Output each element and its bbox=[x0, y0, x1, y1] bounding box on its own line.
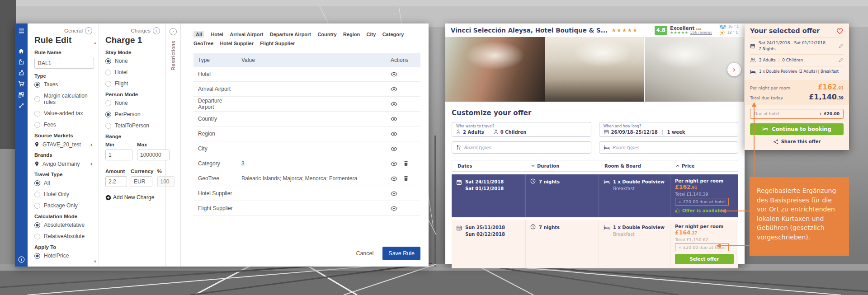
edit-pencil-icon[interactable] bbox=[838, 43, 844, 49]
save-rule-button[interactable]: Save Rule bbox=[382, 247, 420, 260]
import-icon[interactable] bbox=[18, 59, 24, 65]
export-icon[interactable] bbox=[18, 70, 24, 76]
brands-picker[interactable]: Avigo Germany › bbox=[34, 160, 92, 167]
amount-input[interactable] bbox=[105, 176, 127, 187]
cancel-button[interactable]: Cancel bbox=[356, 250, 373, 257]
select-offer-button[interactable]: Select offer bbox=[675, 254, 734, 264]
eye-icon[interactable] bbox=[391, 161, 397, 166]
radio-label: Hotel Only bbox=[44, 191, 69, 197]
eye-icon[interactable] bbox=[391, 102, 397, 107]
radio-label: Fees bbox=[44, 122, 56, 128]
radio-stay-hotel[interactable]: Hotel bbox=[105, 69, 160, 75]
add-new-charge-button[interactable]: Add New Charge bbox=[105, 194, 160, 201]
gallery-next-button[interactable]: › bbox=[727, 63, 741, 76]
radio-totaltoperson[interactable]: TotalToPerson bbox=[105, 122, 160, 129]
col-dates[interactable]: Dates bbox=[452, 164, 526, 169]
home-icon[interactable] bbox=[18, 48, 24, 54]
dates-field[interactable]: When and how long? 26/09/18–25/12/18 1 w… bbox=[599, 122, 739, 137]
room-types-field[interactable]: Room types bbox=[599, 141, 739, 154]
eye-icon[interactable] bbox=[391, 191, 397, 196]
radio-perperson[interactable]: PerPerson bbox=[105, 111, 160, 117]
bed-icon bbox=[604, 225, 610, 230]
filter-hotel-supplier[interactable]: Hotel Supplier bbox=[220, 41, 254, 46]
filter-flight-supplier[interactable]: Flight Supplier bbox=[260, 41, 295, 46]
radio-label: All bbox=[44, 180, 50, 186]
apply-to-label: Apply To bbox=[34, 244, 92, 250]
eye-icon[interactable] bbox=[391, 72, 397, 77]
cart-icon[interactable] bbox=[18, 80, 25, 87]
eye-icon[interactable] bbox=[391, 206, 397, 211]
eye-icon[interactable] bbox=[391, 146, 397, 151]
radio-margin-rules[interactable]: Margin calculation rules bbox=[34, 93, 92, 105]
min-input[interactable] bbox=[105, 150, 132, 160]
menu-icon[interactable] bbox=[18, 28, 25, 34]
currency-input[interactable] bbox=[131, 176, 152, 187]
max-input[interactable] bbox=[137, 150, 170, 160]
filter-city[interactable]: City bbox=[367, 32, 376, 37]
reviews-link[interactable]: 566 reviews bbox=[690, 31, 712, 35]
radio-package-only[interactable]: Package Only bbox=[34, 202, 92, 209]
app-sidebar bbox=[15, 23, 28, 267]
eye-icon[interactable] bbox=[391, 117, 397, 122]
calendar-icon bbox=[604, 129, 609, 135]
offer-row-alternative[interactable]: Sun 25/11/2018 Sun 02/12/2018 7 nights 1… bbox=[452, 220, 738, 268]
screenshot-stage: General ‹ ▲ ▼ Rule Edit Rule Name Type T… bbox=[0, 0, 868, 295]
hotel-photo-bathroom[interactable] bbox=[545, 37, 645, 102]
col-duration[interactable]: Duration bbox=[526, 164, 599, 169]
eye-icon[interactable] bbox=[391, 131, 397, 136]
filter-region[interactable]: Region bbox=[343, 32, 360, 37]
radio-dot bbox=[105, 123, 111, 129]
restrictions-tab[interactable]: Restrictions bbox=[170, 41, 176, 70]
eye-icon[interactable] bbox=[391, 176, 397, 181]
filter-hotel[interactable]: Hotel bbox=[211, 32, 223, 37]
continue-to-booking-button[interactable]: Continue to booking bbox=[750, 123, 844, 135]
col-room-board[interactable]: Room & Board bbox=[599, 164, 670, 169]
radio-person-none[interactable]: None bbox=[105, 100, 160, 106]
radio-stay-flight[interactable]: Flight bbox=[105, 80, 160, 87]
radio-fees[interactable]: Fees bbox=[34, 122, 92, 128]
trash-icon[interactable] bbox=[403, 175, 409, 182]
board-types-field[interactable]: Board types bbox=[452, 141, 591, 154]
charges-panel-header: Charges bbox=[131, 28, 151, 33]
info-icon[interactable] bbox=[18, 256, 25, 263]
collapse-charges-icon[interactable]: ‹ bbox=[153, 27, 160, 34]
radio-vat[interactable]: Value-added tax bbox=[34, 110, 92, 117]
radio-hotelprice[interactable]: HotelPrice bbox=[34, 253, 92, 259]
rating-block[interactable]: 4.8 Excellent ★★★★★ 566 reviews bbox=[655, 25, 712, 35]
eye-icon[interactable] bbox=[391, 87, 397, 92]
filter-arrival-airport[interactable]: Arrival Airport bbox=[230, 32, 263, 37]
row-room: 1 x Double Poolview bbox=[613, 178, 665, 185]
heart-icon[interactable] bbox=[836, 28, 844, 34]
scroll-up-icon[interactable]: ▲ bbox=[93, 41, 97, 45]
rule-name-input[interactable] bbox=[34, 58, 94, 69]
trash-icon[interactable] bbox=[403, 160, 409, 167]
offer-row-selected[interactable]: Sat 24/11/2018 Sat 01/12/2018 7 nights 1… bbox=[452, 174, 738, 217]
table-row: Hotel bbox=[193, 67, 420, 82]
table-row: Arrival Airport bbox=[193, 82, 420, 97]
collapse-general-icon[interactable]: ‹ bbox=[85, 27, 92, 34]
chevron-right-icon: › bbox=[90, 141, 92, 148]
radio-stay-none[interactable]: None bbox=[105, 58, 160, 64]
connections-icon[interactable] bbox=[19, 103, 24, 108]
edit-pencil-icon[interactable] bbox=[838, 57, 844, 63]
filter-all[interactable]: All bbox=[193, 31, 204, 37]
filter-country[interactable]: Country bbox=[317, 32, 336, 37]
radio-label: PerPerson bbox=[115, 111, 141, 117]
filter-departure-airport[interactable]: Departure Airport bbox=[270, 32, 311, 37]
expand-restrictions-icon[interactable]: › bbox=[170, 28, 177, 35]
hotel-photo-lobby[interactable] bbox=[445, 37, 545, 102]
filter-category[interactable]: Category bbox=[382, 32, 404, 37]
modules-icon[interactable] bbox=[18, 92, 24, 98]
radio-hotel-only[interactable]: Hotel Only bbox=[34, 191, 92, 197]
scroll-down-icon[interactable]: ▼ bbox=[93, 259, 97, 264]
radio-absoluterelative[interactable]: AbsoluteRelative bbox=[34, 222, 92, 228]
travellers-field[interactable]: Who wants to travel? 2 Adults 0 Children bbox=[452, 122, 591, 137]
source-markets-picker[interactable]: GTAVE_20_test › bbox=[34, 141, 92, 148]
filter-geotree[interactable]: GeoTree bbox=[193, 41, 213, 46]
radio-relativeabsolute[interactable]: RelativeAbsolute bbox=[34, 233, 92, 239]
radio-taxes[interactable]: Taxes bbox=[34, 81, 92, 88]
share-offer-button[interactable]: Share this offer bbox=[750, 139, 844, 145]
col-price[interactable]: Price bbox=[670, 164, 738, 169]
radio-travel-all[interactable]: All bbox=[34, 180, 92, 186]
charge-title: Charge 1 bbox=[105, 35, 160, 45]
